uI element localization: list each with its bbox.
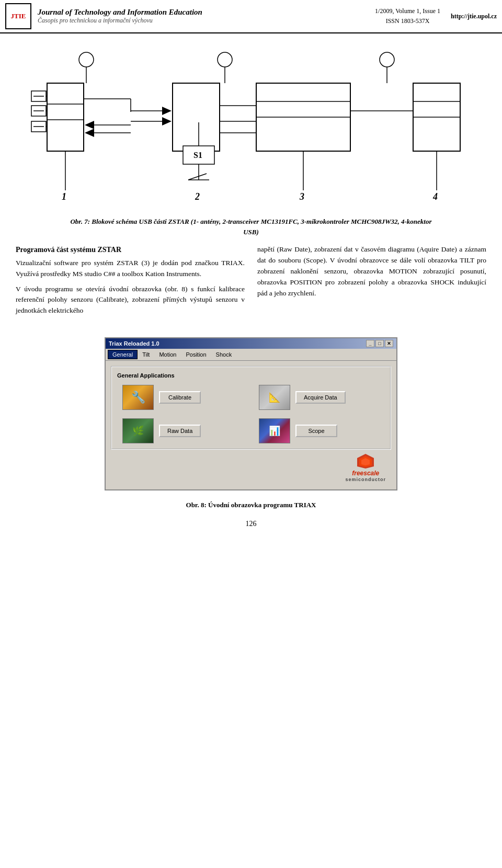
diagram-svg: S1 1 2 3 4 — [26, 44, 476, 206]
acquire-thumb — [259, 385, 290, 410]
svg-text:4: 4 — [432, 191, 438, 202]
menu-motion[interactable]: Motion — [154, 350, 181, 359]
app-caption-text: Obr. 8: Úvodní obrazovka programu TRIAX — [186, 501, 316, 509]
svg-marker-21 — [162, 107, 172, 115]
journal-sub-title: Časopis pro technickou a informační vých… — [38, 17, 364, 25]
issue-line1: 1/2009, Volume 1, Issue 1 — [375, 6, 440, 16]
section-heading: Programová část systému ZSTAR — [16, 244, 245, 256]
caption-bold: Obr. 7: Blokové schéma USB části ZSTAR (… — [70, 218, 431, 236]
journal-main-title: Journal of Technology and Information Ed… — [38, 8, 364, 17]
menu-general[interactable]: General — [108, 350, 138, 359]
journal-issue-info: 1/2009, Volume 1, Issue 1 ISSN 1803-537X — [375, 6, 440, 26]
app-caption: Obr. 8: Úvodní obrazovka programu TRIAX — [16, 501, 486, 509]
svg-text:3: 3 — [299, 191, 304, 202]
scope-item: Scope — [259, 418, 380, 443]
two-column-section: Programová část systému ZSTAR Vizualizač… — [16, 244, 486, 321]
app-screenshot: Triax Reloaded 1.0 _ □ ✕ General Tilt Mo… — [105, 337, 397, 490]
app-grid: Calibrate Acquire Data Raw Data — [117, 385, 385, 443]
svg-marker-23 — [162, 117, 172, 125]
minimize-button[interactable]: _ — [366, 340, 374, 347]
rawdata-button[interactable]: Raw Data — [159, 425, 201, 437]
block-diagram: S1 1 2 3 4 — [16, 44, 486, 211]
freescale-sub: semiconductor — [345, 477, 386, 482]
main-content: S1 1 2 3 4 Obr. 7: Blokové schéma USB čá… — [0, 33, 502, 539]
right-column: napětí (Raw Date), zobrazení dat v časov… — [257, 244, 486, 321]
rawdata-item: Raw Data — [122, 418, 243, 443]
svg-point-1 — [218, 52, 232, 67]
acquire-item: Acquire Data — [259, 385, 380, 410]
freescale-logo: freescale semiconductor — [345, 453, 386, 482]
calibrate-thumb — [122, 385, 154, 410]
scope-button[interactable]: Scope — [295, 425, 337, 437]
page-number: 126 — [16, 520, 486, 528]
diagram-caption: Obr. 7: Blokové schéma USB části ZSTAR (… — [68, 216, 434, 237]
app-titlebar: Triax Reloaded 1.0 _ □ ✕ — [106, 338, 396, 349]
titlebar-buttons: _ □ ✕ — [366, 340, 393, 347]
issue-line2: ISSN 1803-537X — [375, 16, 440, 26]
calibrate-button[interactable]: Calibrate — [159, 391, 201, 404]
close-button[interactable]: ✕ — [385, 340, 393, 347]
app-title: Triax Reloaded 1.0 — [109, 340, 159, 347]
svg-marker-27 — [85, 129, 94, 137]
svg-text:1: 1 — [62, 191, 66, 202]
left-para1: Vizualizační software pro systém ZSTAR (… — [16, 258, 245, 280]
left-column: Programová část systému ZSTAR Vizualizač… — [16, 244, 245, 321]
left-para2: V úvodu programu se otevírá úvodní obraz… — [16, 284, 245, 317]
panel-title: General Applications — [117, 372, 385, 379]
svg-text:2: 2 — [195, 191, 200, 202]
calibrate-item: Calibrate — [122, 385, 243, 410]
svg-text:S1: S1 — [193, 151, 202, 159]
journal-url: http://jtie.upol.cz — [451, 13, 497, 20]
freescale-text: freescale — [352, 470, 379, 477]
svg-point-0 — [79, 52, 94, 67]
svg-line-43 — [188, 174, 207, 180]
page-header: JTIE Journal of Technology and Informati… — [0, 0, 502, 33]
rawdata-thumb — [122, 418, 154, 443]
app-footer: freescale semiconductor — [111, 450, 391, 484]
scope-thumb — [259, 418, 290, 443]
svg-marker-25 — [85, 121, 94, 129]
app-panel: General Applications Calibrate Acquire D… — [111, 366, 391, 450]
svg-rect-6 — [47, 83, 84, 151]
app-menubar: General Tilt Motion Position Shock — [106, 349, 396, 361]
menu-position[interactable]: Position — [181, 350, 211, 359]
svg-rect-18 — [173, 83, 220, 151]
app-body: General Applications Calibrate Acquire D… — [106, 361, 396, 489]
journal-logo: JTIE — [5, 3, 31, 29]
menu-tilt[interactable]: Tilt — [138, 350, 154, 359]
svg-point-2 — [380, 52, 394, 67]
right-para1: napětí (Raw Date), zobrazení dat v časov… — [257, 244, 486, 299]
menu-shock[interactable]: Shock — [211, 350, 237, 359]
freescale-icon — [354, 453, 377, 470]
journal-title: Journal of Technology and Information Ed… — [38, 8, 364, 25]
acquire-button[interactable]: Acquire Data — [295, 391, 346, 404]
maximize-button[interactable]: □ — [375, 340, 384, 347]
